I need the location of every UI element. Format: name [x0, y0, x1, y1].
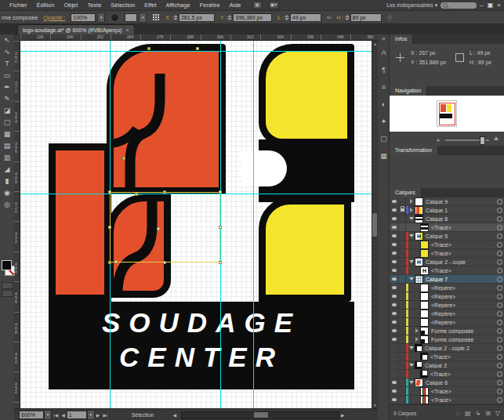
layer-thumbnail[interactable]: H [415, 232, 423, 241]
lock-toggle[interactable] [399, 378, 406, 386]
layers-panel-tab[interactable]: Calques [390, 188, 422, 197]
lock-toggle[interactable] [399, 387, 406, 395]
layer-row[interactable]: Calque 7 [390, 275, 504, 284]
fill-color-swatch[interactable] [2, 260, 12, 270]
anchor-point[interactable] [108, 190, 111, 194]
layer-thumbnail[interactable] [420, 301, 429, 310]
visibility-toggle[interactable] [390, 335, 399, 343]
layer-target[interactable] [495, 320, 504, 325]
zoom-dropdown[interactable]: ▾ [44, 410, 52, 420]
rectangle-tool-icon[interactable]: ▭ [0, 70, 14, 81]
visibility-toggle[interactable] [390, 266, 399, 274]
opacity-field[interactable]: 100% [71, 13, 96, 22]
x-stepper[interactable] [173, 15, 178, 20]
y-stepper[interactable] [227, 15, 232, 20]
paragraph-panel-icon[interactable]: ¶ [378, 61, 390, 78]
find-object-icon[interactable]: ◌ [454, 410, 462, 417]
layer-row[interactable]: Calque 1 [390, 206, 504, 215]
visibility-toggle[interactable] [390, 258, 399, 266]
layer-target[interactable] [495, 363, 504, 368]
visibility-toggle[interactable] [390, 361, 399, 369]
expand-toggle[interactable] [408, 277, 415, 281]
layer-thumbnail[interactable] [420, 335, 429, 344]
anchor-point[interactable] [108, 261, 111, 264]
layer-row[interactable]: Forme composée [390, 327, 504, 335]
zoom-in-mountain-icon[interactable] [494, 136, 499, 140]
visibility-toggle[interactable] [390, 249, 399, 257]
layer-target[interactable] [495, 251, 504, 256]
layer-row[interactable]: <Repère> [390, 292, 504, 301]
menu-item-objet[interactable]: Objet [59, 1, 82, 9]
lock-toggle[interactable] [399, 344, 406, 352]
visibility-toggle[interactable] [390, 232, 399, 240]
guide-vertical[interactable] [220, 41, 221, 408]
y-field[interactable]: 396,389 px [233, 13, 272, 22]
layer-row[interactable]: HCalque 2 - copie [390, 258, 504, 266]
visibility-toggle[interactable] [390, 197, 399, 205]
layer-target[interactable] [495, 242, 504, 248]
layer-row[interactable]: <Tracé> [390, 370, 504, 378]
layer-thumbnail[interactable] [415, 197, 423, 206]
delete-layer-icon[interactable]: ▽ [493, 410, 502, 417]
anchor-point[interactable] [219, 261, 222, 264]
layer-target[interactable] [495, 259, 504, 265]
pathfinder-panel-icon[interactable]: ▦ [378, 147, 390, 165]
layer-thumbnail[interactable] [420, 249, 429, 258]
expand-toggle[interactable] [408, 346, 415, 349]
artboard-field[interactable]: 1 [67, 411, 87, 419]
layer-thumbnail[interactable] [415, 275, 423, 284]
menu-item-affichage[interactable]: Affichage [161, 1, 194, 9]
visibility-toggle[interactable] [390, 370, 399, 378]
next-artboard-icon[interactable]: ▶ [95, 412, 102, 418]
anchor-point[interactable] [135, 193, 138, 196]
layer-thumbnail[interactable] [420, 387, 429, 396]
vertical-scroll-thumb[interactable] [372, 213, 377, 237]
layer-thumbnail[interactable] [420, 353, 428, 360]
hscroll-left-icon[interactable]: ◀ [171, 412, 178, 418]
graph-tool-icon[interactable]: ▮ [0, 176, 14, 187]
lock-toggle[interactable] [399, 327, 406, 335]
layer-row[interactable]: <Tracé> [390, 396, 504, 404]
layer-row[interactable]: <Tracé> [390, 353, 504, 361]
style-dropdown[interactable]: ▾ [139, 13, 147, 23]
hscroll-right-icon[interactable]: ▶ [339, 412, 346, 418]
mesh-tool-icon[interactable]: ▤ [0, 140, 14, 152]
visibility-toggle[interactable] [390, 292, 399, 300]
navigation-zoom-slider-thumb[interactable] [480, 136, 485, 145]
lock-toggle[interactable] [399, 284, 406, 291]
pencil-tool-icon[interactable]: ✎ [0, 93, 14, 105]
lasso-tool-icon[interactable]: ∿ [0, 46, 14, 58]
layer-target[interactable] [495, 294, 504, 299]
layer-target[interactable] [495, 397, 504, 403]
close-button[interactable]: × [497, 2, 501, 9]
layer-thumbnail[interactable] [420, 284, 429, 292]
bridge-icon[interactable]: ▦ [252, 1, 263, 9]
character-panel-icon[interactable]: A [378, 44, 390, 61]
layer-thumbnail[interactable] [415, 361, 422, 369]
layer-thumbnail[interactable] [420, 318, 429, 327]
lock-toggle[interactable] [399, 396, 406, 404]
height-field[interactable]: 89 px [350, 13, 382, 22]
style-field[interactable] [125, 13, 137, 22]
anchor-point[interactable] [157, 227, 160, 230]
anchor-point[interactable] [122, 157, 125, 160]
layer-thumbnail[interactable] [420, 310, 429, 318]
layer-target[interactable] [495, 277, 504, 282]
draw-behind-mode-button[interactable] [2, 290, 13, 297]
layer-target[interactable] [495, 389, 504, 394]
width-field[interactable]: 49 px [290, 13, 321, 22]
draw-normal-mode-button[interactable] [2, 282, 13, 289]
menu-item-aide[interactable]: Aide [224, 1, 245, 9]
layer-thumbnail[interactable]: H [420, 266, 429, 275]
new-layer-icon[interactable]: ⊞ [483, 410, 493, 417]
eyedropper-tool-icon[interactable]: ◢ [0, 164, 14, 176]
expand-toggle[interactable] [414, 337, 420, 342]
menu-item-texte[interactable]: Texte [82, 1, 106, 9]
expand-toggle[interactable] [408, 364, 415, 367]
expand-toggle[interactable] [408, 199, 415, 204]
first-artboard-icon[interactable]: |◀ [52, 412, 60, 418]
height-stepper[interactable] [345, 15, 350, 20]
visibility-toggle[interactable] [390, 310, 399, 317]
lock-toggle[interactable] [399, 361, 406, 369]
document-tab[interactable]: logo-soudage.ai* @ 600% (RVB/Aperçu) × [17, 24, 135, 35]
